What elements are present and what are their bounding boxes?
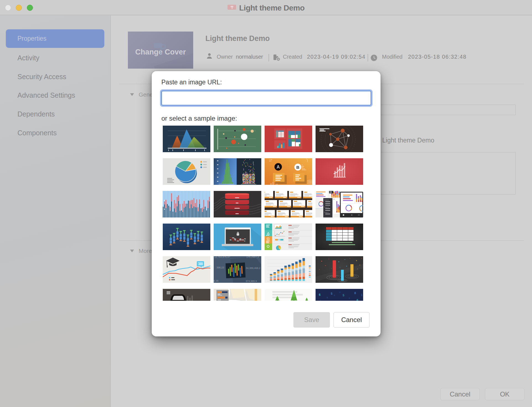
svg-text:5: 5 <box>331 292 332 295</box>
svg-text:34,389,468.2: 34,389,468.2 <box>246 267 260 269</box>
svg-text:Chapter C: Chapter C <box>324 212 329 213</box>
svg-text:6: 6 <box>319 293 321 296</box>
svg-text:9: 9 <box>339 291 340 293</box>
svg-text:5: 5 <box>343 294 344 297</box>
svg-text:Chapter B: Chapter B <box>324 207 329 208</box>
svg-text:A: A <box>277 165 280 169</box>
svg-text:12,763,876.87: 12,763,876.87 <box>214 256 230 258</box>
svg-text:176,2987,3: 176,2987,3 <box>246 256 259 258</box>
svg-text:8: 8 <box>354 291 356 295</box>
svg-text:Chapter A: Chapter A <box>324 199 329 201</box>
svg-text:398,23: 398,23 <box>216 266 224 269</box>
svg-text:6.35: 6.35 <box>214 279 219 282</box>
svg-text:4: 4 <box>349 297 350 299</box>
svg-text:874,986.9: 874,986.9 <box>246 280 257 282</box>
svg-text:B: B <box>296 165 299 170</box>
svg-text:1: 1 <box>361 294 363 297</box>
svg-text:5: 5 <box>327 296 328 299</box>
svg-text:2: 2 <box>320 300 321 301</box>
svg-text:6: 6 <box>334 294 335 297</box>
svg-text:6: 6 <box>357 299 358 301</box>
